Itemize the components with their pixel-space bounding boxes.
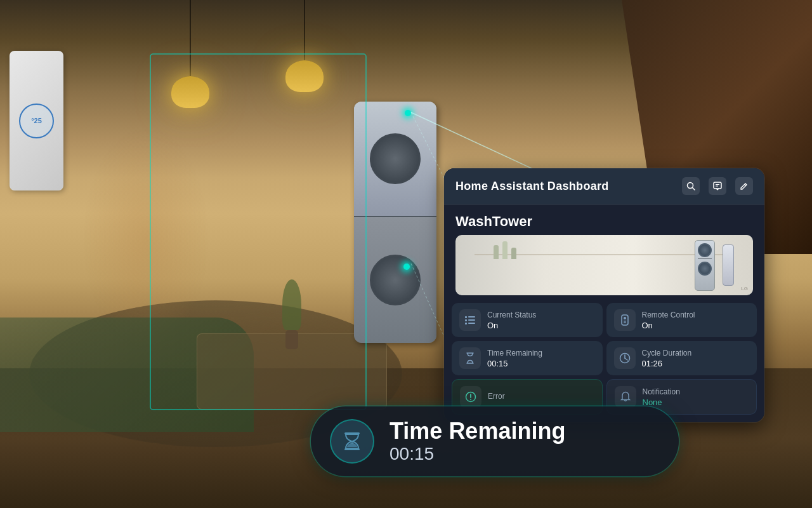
- plant-area: [273, 279, 311, 356]
- device-name: WashTower: [444, 204, 764, 235]
- cycle-duration-text: Cycle Duration 01:26: [642, 349, 692, 368]
- lamp-cord-left: [190, 0, 191, 76]
- error-text: Error: [488, 392, 505, 402]
- lg-logo: LG: [741, 286, 748, 291]
- cycle-duration-card[interactable]: Cycle Duration 01:26: [606, 341, 757, 375]
- washtower-dryer: [354, 102, 436, 217]
- notification-icon-wrap: [615, 386, 636, 408]
- current-status-icon-wrap: [459, 309, 481, 331]
- glow-dot-top: [405, 110, 411, 116]
- cycle-duration-label: Cycle Duration: [642, 349, 692, 358]
- washer-drum: [370, 255, 421, 305]
- svg-line-5: [693, 188, 695, 190]
- cycle-duration-icon-wrap: [614, 347, 636, 369]
- svg-line-23: [625, 358, 627, 360]
- clock-icon: [619, 352, 631, 364]
- svg-rect-6: [714, 182, 721, 189]
- svg-line-9: [745, 185, 746, 186]
- remote-control-card[interactable]: Remote Control On: [606, 303, 757, 337]
- svg-rect-13: [468, 319, 475, 321]
- washtower-washer: [354, 217, 436, 343]
- floating-card-value: 00:15: [390, 444, 565, 464]
- notification-value: None: [643, 398, 680, 407]
- svg-point-26: [470, 399, 471, 400]
- svg-rect-19: [624, 323, 626, 324]
- svg-rect-10: [465, 316, 467, 318]
- floating-card: Time Remaining 00:15: [311, 406, 679, 476]
- cycle-duration-value: 01:26: [642, 359, 692, 368]
- current-status-value: On: [487, 321, 536, 330]
- floating-text: Time Remaining 00:15: [390, 418, 565, 464]
- ac-unit: °25: [10, 51, 63, 190]
- plant-pot: [285, 330, 298, 349]
- remote-control-icon-wrap: [614, 309, 636, 331]
- time-remaining-value: 00:15: [487, 359, 542, 368]
- mini-drum-bottom: [698, 262, 712, 276]
- header-icons: [682, 177, 753, 195]
- error-icon: [464, 391, 477, 403]
- device-image: LG: [455, 235, 753, 295]
- bell-icon: [619, 391, 632, 403]
- shelf-items: [494, 241, 516, 259]
- ac-temperature-display: °25: [19, 104, 54, 138]
- message-icon: [713, 182, 722, 190]
- notification-text: Notification None: [643, 387, 680, 407]
- floating-hourglass-wrap: [330, 419, 374, 464]
- dryer-drum: [370, 133, 421, 184]
- lamp-shade-left: [171, 76, 209, 108]
- current-status-text: Current Status On: [487, 311, 536, 330]
- mini-divider: [698, 258, 712, 259]
- floating-hourglass-icon: [341, 430, 363, 453]
- edit-button[interactable]: [735, 177, 753, 195]
- error-label: Error: [488, 392, 505, 401]
- lamp-cord-right: [304, 0, 305, 60]
- remote-control-text: Remote Control On: [642, 311, 695, 330]
- washtower-appliance: [354, 102, 436, 343]
- search-icon: [686, 182, 695, 190]
- remote-icon: [619, 314, 631, 326]
- dashboard-panel: Home Assistant Dashboard: [444, 168, 764, 422]
- shelf-item-1: [494, 245, 499, 259]
- search-button[interactable]: [682, 177, 700, 195]
- lamp-shade-right: [285, 60, 324, 92]
- hourglass-icon-small: [464, 352, 476, 364]
- shelf-item-2: [502, 241, 508, 259]
- time-remaining-text: Time Remaining 00:15: [487, 349, 542, 368]
- time-remaining-label: Time Remaining: [487, 349, 542, 358]
- floating-card-title: Time Remaining: [390, 418, 565, 444]
- device-mini-tall: [723, 244, 734, 286]
- remote-control-label: Remote Control: [642, 311, 695, 319]
- lamp-right: [285, 0, 324, 92]
- remote-control-value: On: [642, 321, 695, 330]
- glow-dot-bottom: [403, 264, 410, 270]
- message-button[interactable]: [709, 177, 726, 195]
- mini-drum-top: [698, 243, 712, 257]
- status-grid: Current Status On Remote Control On: [444, 303, 764, 422]
- device-mini-washtower: [695, 240, 715, 291]
- lamp-left: [171, 0, 209, 108]
- svg-point-17: [624, 317, 626, 319]
- error-icon-wrap: [460, 386, 481, 408]
- svg-rect-18: [624, 321, 626, 322]
- list-icon: [464, 314, 476, 326]
- time-remaining-icon-wrap: [459, 347, 481, 369]
- plant-leaves: [282, 279, 301, 330]
- svg-rect-12: [465, 319, 467, 321]
- person-area: [82, 127, 209, 349]
- svg-rect-16: [622, 315, 628, 325]
- svg-rect-15: [468, 323, 475, 324]
- edit-icon: [740, 182, 749, 190]
- dashboard-header: Home Assistant Dashboard: [444, 168, 764, 204]
- current-status-label: Current Status: [487, 311, 536, 319]
- svg-rect-14: [465, 323, 467, 324]
- svg-rect-11: [468, 316, 475, 318]
- current-status-card[interactable]: Current Status On: [452, 303, 603, 337]
- time-remaining-card[interactable]: Time Remaining 00:15: [452, 341, 603, 375]
- notification-label: Notification: [643, 387, 680, 396]
- dashboard-title: Home Assistant Dashboard: [455, 180, 609, 193]
- shelf-item-3: [511, 248, 516, 259]
